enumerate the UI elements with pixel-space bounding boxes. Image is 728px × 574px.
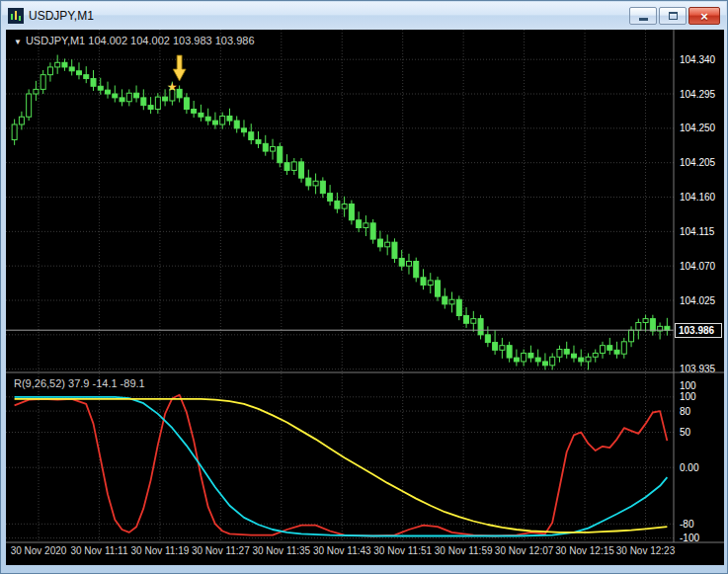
ohlc-text: USDJPY,M1 104.002 104.002 103.983 103.98… — [26, 35, 255, 46]
price-axis-label: 104.340 — [680, 54, 716, 65]
time-axis-label: 30 Nov 12:15 — [555, 545, 614, 556]
time-axis-label: 30 Nov 11:59 — [435, 545, 493, 556]
current-price-badge: 103.986 — [675, 323, 722, 338]
price-axis-label: 104.205 — [680, 157, 716, 168]
price-axis-label: 104.115 — [680, 226, 715, 237]
mt4-window: USDJPY,M1 × 30 Nov 202030 Nov 11:1130 No… — [0, 0, 728, 574]
star-marker: ★ — [167, 80, 178, 94]
indicator-axis-label: 100 — [680, 391, 696, 402]
chart-canvas[interactable]: 30 Nov 202030 Nov 11:1130 Nov 11:1930 No… — [6, 30, 724, 565]
app-icon — [8, 8, 24, 24]
time-axis-label: 30 Nov 11:11 — [70, 545, 127, 556]
restore-icon — [669, 12, 678, 20]
indicator-axis-label: 50 — [680, 427, 691, 438]
indicator-axis-label: 0.00 — [680, 462, 699, 473]
price-axis-label: 103.935 — [680, 364, 716, 374]
indicator-axis-label: 100 — [680, 380, 696, 391]
window-title: USDJPY,M1 — [29, 9, 94, 23]
indicator-axis-label: -100 — [680, 533, 699, 543]
price-axis-label: 104.070 — [680, 261, 716, 272]
titlebar[interactable]: USDJPY,M1 × — [2, 2, 726, 30]
price-axis-label: 104.295 — [680, 89, 716, 100]
time-axis-label: 30 Nov 2020 — [11, 545, 67, 556]
cyan-oscillator-line — [15, 397, 668, 536]
red-oscillator-line — [15, 395, 668, 536]
close-icon: × — [700, 10, 708, 23]
close-button[interactable]: × — [688, 7, 720, 25]
indicator-axis-label: 80 — [680, 406, 691, 417]
restore-button[interactable] — [659, 7, 687, 25]
ohlc-readout: ▼USDJPY,M1 104.002 104.002 103.983 103.9… — [14, 35, 255, 46]
time-axis-label: 30 Nov 12:07 — [495, 545, 554, 556]
minimize-button[interactable] — [629, 7, 657, 25]
price-axis-label: 104.025 — [680, 295, 716, 306]
time-axis-label: 30 Nov 11:51 — [373, 545, 432, 556]
time-axis-label: 30 Nov 11:35 — [252, 545, 310, 556]
chart-area[interactable]: 30 Nov 202030 Nov 11:1130 Nov 11:1930 No… — [6, 30, 724, 565]
time-axis-label: 30 Nov 12:23 — [616, 545, 676, 556]
indicator-axis-label: -80 — [680, 519, 694, 530]
price-axis-label: 104.160 — [680, 192, 716, 203]
candles-layer — [12, 55, 670, 370]
window-controls: × — [629, 7, 720, 25]
time-axis-label: 30 Nov 11:19 — [131, 545, 190, 556]
minimize-icon — [639, 18, 648, 21]
symbol-dropdown-icon[interactable]: ▼ — [14, 38, 22, 46]
time-axis-label: 30 Nov 11:27 — [192, 545, 250, 556]
price-axis-label: 104.250 — [680, 123, 716, 133]
time-axis-label: 30 Nov 11:43 — [313, 545, 371, 556]
indicator-readout: R(9,26,52) 37.9 -14.1 -89.1 — [14, 377, 145, 389]
